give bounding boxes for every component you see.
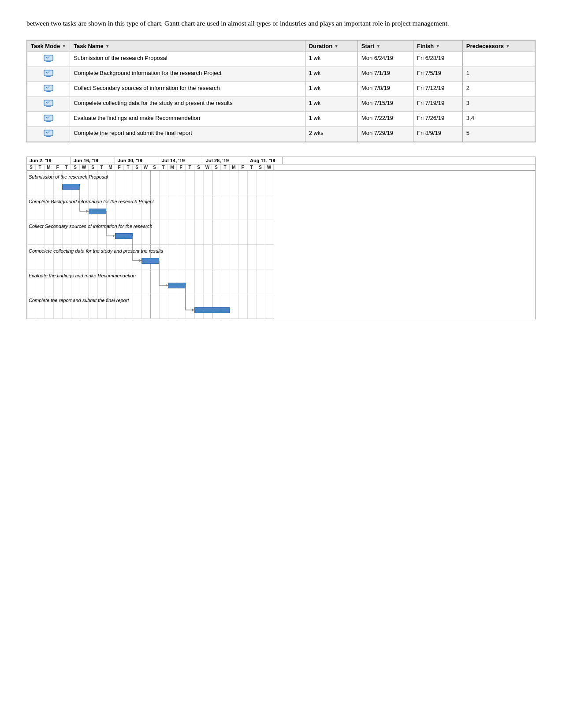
- table-row: Complete Background information for the …: [27, 67, 535, 82]
- task-name-cell: Compelete collecting data for the study …: [70, 97, 305, 112]
- gantt-days-header: STMFTSWSTMFTSWSTMFTSWSTMFTSW: [27, 164, 535, 171]
- gantt-task-bar: [115, 233, 133, 239]
- start-cell: Mon 6/24/19: [357, 52, 413, 67]
- gantt-day-label: T: [97, 164, 106, 170]
- col-header-start[interactable]: Start ▼: [357, 41, 413, 52]
- gantt-task-row: Collect Secondary sources of information…: [27, 220, 274, 245]
- start-cell: Mon 7/29/19: [357, 127, 413, 142]
- svg-rect-12: [44, 115, 53, 121]
- gantt-day-label: T: [62, 164, 71, 170]
- start-cell: Mon 7/1/19: [357, 67, 413, 82]
- gantt-day-label: S: [71, 164, 80, 170]
- finish-cell: Fri 7/12/19: [413, 82, 462, 97]
- gantt-day-label: T: [36, 164, 45, 170]
- table-row: Compelete collecting data for the study …: [27, 97, 535, 112]
- gantt-day-label: S: [150, 164, 159, 170]
- gantt-table: Task Mode ▼ Task Name ▼ Duration ▼: [27, 40, 535, 142]
- col-header-task-mode[interactable]: Task Mode ▼: [27, 41, 70, 52]
- gantt-task-label: Submission of the research Proposal: [29, 174, 108, 179]
- finish-cell: Fri 8/9/19: [413, 127, 462, 142]
- predecessors-cell: 5: [462, 127, 535, 142]
- gantt-day-label: W: [80, 164, 89, 170]
- sort-arrow-duration: ▼: [334, 44, 339, 49]
- gantt-period-label: Aug 11, '19: [247, 157, 283, 164]
- sort-arrow-task-mode: ▼: [62, 44, 66, 49]
- gantt-period-label: Jul 28, '19: [203, 157, 247, 164]
- task-name-cell: Complete Background information for the …: [70, 67, 305, 82]
- gantt-day-label: F: [177, 164, 186, 170]
- table-row: Evaluate the findings and make Recommend…: [27, 112, 535, 127]
- task-mode-cell: [27, 52, 70, 67]
- finish-cell: Fri 7/26/19: [413, 112, 462, 127]
- gantt-table-wrapper: Task Mode ▼ Task Name ▼ Duration ▼: [26, 40, 536, 142]
- gantt-day-label: S: [89, 164, 97, 170]
- gantt-task-label: Complete Background information for the …: [29, 199, 154, 204]
- predecessors-cell: 2: [462, 82, 535, 97]
- sort-arrow-start: ▼: [376, 44, 380, 49]
- gantt-day-label: M: [45, 164, 53, 170]
- gantt-task-row: Compelete collecting data for the study …: [27, 245, 274, 269]
- gantt-day-label: M: [168, 164, 177, 170]
- gantt-day-label: F: [53, 164, 62, 170]
- col-header-predecessors[interactable]: Predecessors ▼: [462, 41, 535, 52]
- task-mode-cell: [27, 112, 70, 127]
- duration-cell: 1 wk: [305, 52, 357, 67]
- gantt-day-label: S: [133, 164, 141, 170]
- predecessors-cell: 3: [462, 97, 535, 112]
- task-mode-icon: [44, 85, 53, 93]
- task-name-cell: Evaluate the findings and make Recommend…: [70, 112, 305, 127]
- gantt-task-row: Complete the report and submit the final…: [27, 294, 274, 319]
- gantt-day-label: S: [27, 164, 36, 170]
- gantt-task-row: Submission of the research Proposal: [27, 171, 274, 195]
- finish-cell: Fri 7/19/19: [413, 97, 462, 112]
- sort-arrow-finish: ▼: [435, 44, 440, 49]
- finish-cell: Fri 7/5/19: [413, 67, 462, 82]
- col-header-task-name[interactable]: Task Name ▼: [70, 41, 305, 52]
- gantt-day-label: M: [230, 164, 238, 170]
- svg-rect-0: [44, 55, 53, 61]
- gantt-day-label: F: [238, 164, 247, 170]
- gantt-task-row: Complete Background information for the …: [27, 195, 274, 220]
- task-mode-cell: [27, 82, 70, 97]
- task-mode-cell: [27, 97, 70, 112]
- gantt-period-label: Jun 2, '19: [27, 157, 71, 164]
- gantt-task-bar: [194, 307, 230, 313]
- sort-arrow-predecessors: ▼: [506, 44, 510, 49]
- task-mode-icon: [44, 115, 53, 123]
- table-row: Submission of the research Proposal1 wkM…: [27, 52, 535, 67]
- gantt-day-label: M: [106, 164, 115, 170]
- duration-cell: 1 wk: [305, 82, 357, 97]
- gantt-day-label: S: [212, 164, 221, 170]
- gantt-task-bar: [168, 283, 186, 288]
- task-mode-icon: [44, 130, 53, 138]
- gantt-grid-line: [274, 171, 274, 319]
- gantt-day-label: W: [141, 164, 150, 170]
- duration-cell: 2 wks: [305, 127, 357, 142]
- task-name-cell: Submission of the research Proposal: [70, 52, 305, 67]
- sort-arrow-task-name: ▼: [105, 44, 110, 49]
- start-cell: Mon 7/15/19: [357, 97, 413, 112]
- gantt-day-label: T: [159, 164, 168, 170]
- col-header-finish[interactable]: Finish ▼: [413, 41, 462, 52]
- gantt-chart: Jun 2, '19Jun 16, '19Jun 30, '19Jul 14, …: [26, 157, 536, 319]
- gantt-body: Submission of the research ProposalCompl…: [27, 171, 274, 319]
- svg-rect-15: [44, 130, 53, 136]
- finish-cell: Fri 6/28/19: [413, 52, 462, 67]
- table-row: Collect Secondary sources of information…: [27, 82, 535, 97]
- predecessors-cell: 3,4: [462, 112, 535, 127]
- start-cell: Mon 7/22/19: [357, 112, 413, 127]
- gantt-day-label: T: [124, 164, 133, 170]
- col-header-duration[interactable]: Duration ▼: [305, 41, 357, 52]
- task-mode-cell: [27, 127, 70, 142]
- svg-rect-3: [44, 70, 53, 76]
- gantt-day-label: T: [186, 164, 194, 170]
- gantt-task-label: Compelete collecting data for the study …: [29, 248, 163, 254]
- intro-paragraph: between two tasks are shown in this type…: [26, 18, 536, 29]
- duration-cell: 1 wk: [305, 97, 357, 112]
- gantt-day-label: T: [247, 164, 256, 170]
- task-mode-cell: [27, 67, 70, 82]
- gantt-period-label: Jul 14, '19: [159, 157, 203, 164]
- svg-rect-6: [44, 85, 53, 91]
- gantt-period-header: Jun 2, '19Jun 16, '19Jun 30, '19Jul 14, …: [27, 157, 535, 164]
- gantt-task-bar: [62, 184, 80, 190]
